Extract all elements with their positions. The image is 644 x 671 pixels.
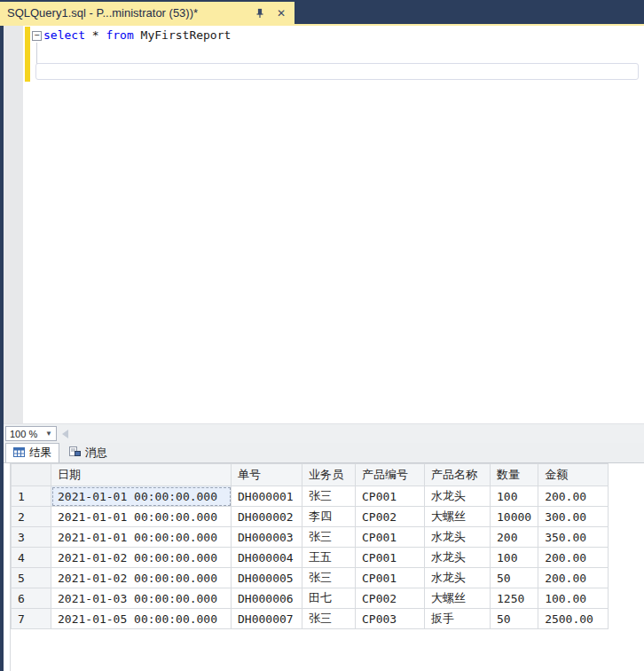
grid-column-header[interactable]: 单号 [232,464,302,486]
grid-cell[interactable]: 50 [491,568,538,588]
grid-cell[interactable]: 200.00 [538,568,609,588]
grid-row-header[interactable]: 5 [12,568,51,588]
grid-column-header[interactable]: 日期 [51,464,232,486]
grid-cell[interactable]: DH000004 [232,548,302,568]
code-token-plain: MyFirstReport [134,28,232,42]
zoom-level-dropdown[interactable]: 100 % ▼ [5,426,57,441]
tab-results[interactable]: 结果 [5,443,59,462]
grid-cell[interactable]: 2021-01-01 00:00:00.000 [51,507,232,527]
grid-cell[interactable]: 2021-01-02 00:00:00.000 [51,548,232,568]
results-grid-pane: 日期单号业务员产品编号产品名称数量金额12021-01-01 00:00:00.… [4,462,644,671]
grid-corner-cell[interactable] [12,464,51,486]
grid-cell[interactable]: 张三 [302,527,356,548]
grid-header-row: 日期单号业务员产品编号产品名称数量金额 [12,464,609,486]
grid-cell[interactable]: 100 [491,486,538,507]
close-icon[interactable]: ✕ [275,7,287,20]
grid-cell[interactable]: 200.00 [538,486,609,507]
grid-cell[interactable]: 水龙头 [425,548,491,568]
document-tab-sqlquery1[interactable]: SQLQuery1.sql - P...ministrator (53))* ✕ [0,2,295,24]
grid-cell-selected[interactable]: 2021-01-01 00:00:00.000 [51,486,232,507]
pin-icon[interactable] [254,7,266,20]
grid-cell[interactable]: CP002 [356,588,425,609]
grid-cell[interactable]: 王五 [302,548,356,568]
grid-cell[interactable]: CP001 [356,486,425,507]
grid-cell[interactable]: 张三 [302,609,356,629]
grid-cell[interactable]: 大螺丝 [425,588,491,609]
grid-cell[interactable]: 大螺丝 [425,507,491,527]
grid-cell[interactable]: 100 [491,548,538,568]
grid-column-header[interactable]: 金额 [538,464,609,486]
grid-cell[interactable]: 2021-01-05 00:00:00.000 [51,609,232,629]
grid-cell[interactable]: 200.00 [538,548,609,568]
grid-cell[interactable]: 100.00 [538,588,609,609]
grid-column-header[interactable]: 产品编号 [356,464,425,486]
grid-cell[interactable]: 水龙头 [425,486,491,507]
grid-cell[interactable]: 水龙头 [425,568,491,588]
fold-region-line [36,43,37,63]
grid-cell[interactable]: 水龙头 [425,527,491,548]
results-grid-icon [13,447,25,460]
grid-cell[interactable]: CP001 [356,527,425,548]
grid-cell[interactable]: 2021-01-01 00:00:00.000 [51,527,232,548]
grid-cell[interactable]: DH000002 [232,507,302,527]
sql-editor[interactable]: − select * from MyFirstReport [4,26,644,423]
table-row: 22021-01-01 00:00:00.000DH000002李四CP002大… [12,507,609,527]
tab-results-label: 结果 [29,446,51,461]
code-fold-collapse-icon[interactable]: − [32,31,42,41]
code-token-plain: * [85,28,106,42]
table-row: 12021-01-01 00:00:00.000DH000001张三CP001水… [12,486,609,507]
grid-cell[interactable]: 2021-01-03 00:00:00.000 [51,588,232,609]
zoom-level-value: 100 % [10,429,37,439]
grid-row-header[interactable]: 7 [12,609,51,629]
grid-row-header[interactable]: 4 [12,548,51,568]
messages-icon [69,446,81,460]
grid-cell[interactable]: CP001 [356,568,425,588]
table-row: 72021-01-05 00:00:00.000DH000007张三CP003扳… [12,609,609,629]
scroll-left-arrow-icon[interactable] [62,430,68,438]
grid-cell[interactable]: CP001 [356,548,425,568]
chevron-down-icon: ▼ [45,430,52,438]
grid-column-header[interactable]: 产品名称 [425,464,491,486]
grid-column-header[interactable]: 业务员 [302,464,356,486]
editor-gutter [4,26,23,423]
grid-cell[interactable]: 10000 [491,507,538,527]
grid-row-header[interactable]: 6 [12,588,51,609]
grid-cell[interactable]: CP003 [356,609,425,629]
table-row: 42021-01-02 00:00:00.000DH000004王五CP001水… [12,548,609,568]
grid-cell[interactable]: 50 [491,609,538,629]
results-grid: 日期单号业务员产品编号产品名称数量金额12021-01-01 00:00:00.… [11,463,609,629]
grid-cell[interactable]: 2500.00 [538,609,609,629]
grid-cell[interactable]: 350.00 [538,527,609,548]
tab-messages-label: 消息 [85,446,107,461]
tab-messages[interactable]: 消息 [62,443,114,462]
grid-cell[interactable]: DH000001 [232,486,302,507]
grid-cell[interactable]: 张三 [302,568,356,588]
grid-row-header[interactable]: 3 [12,527,51,548]
grid-cell[interactable]: 1250 [491,588,538,609]
grid-column-header[interactable]: 数量 [491,464,538,486]
modified-lines-bar [25,27,30,82]
grid-row-header[interactable]: 2 [12,507,51,527]
grid-cell[interactable]: 扳手 [425,609,491,629]
grid-cell[interactable]: DH000005 [232,568,302,588]
code-token-keyword: select [43,28,85,42]
grid-cell[interactable]: DH000003 [232,527,302,548]
grid-cell[interactable]: DH000006 [232,588,302,609]
document-tab-title: SQLQuery1.sql - P...ministrator (53))* [7,6,245,20]
sql-query-text[interactable]: select * from MyFirstReport [43,28,231,42]
editor-status-strip: 100 % ▼ [4,423,644,443]
results-tab-strip: 结果 消息 [4,443,644,462]
table-row: 52021-01-02 00:00:00.000DH000005张三CP001水… [12,568,609,588]
current-line-outline [35,63,639,80]
grid-cell[interactable]: 李四 [302,507,356,527]
grid-cell[interactable]: 200 [491,527,538,548]
table-row: 62021-01-03 00:00:00.000DH000006田七CP002大… [12,588,609,609]
grid-cell[interactable]: 300.00 [538,507,609,527]
grid-cell[interactable]: CP002 [356,507,425,527]
grid-cell[interactable]: 2021-01-02 00:00:00.000 [51,568,232,588]
grid-row-header[interactable]: 1 [12,486,51,507]
table-row: 32021-01-01 00:00:00.000DH000003张三CP001水… [12,527,609,548]
grid-cell[interactable]: 田七 [302,588,356,609]
grid-cell[interactable]: DH000007 [232,609,302,629]
grid-cell[interactable]: 张三 [302,486,356,507]
